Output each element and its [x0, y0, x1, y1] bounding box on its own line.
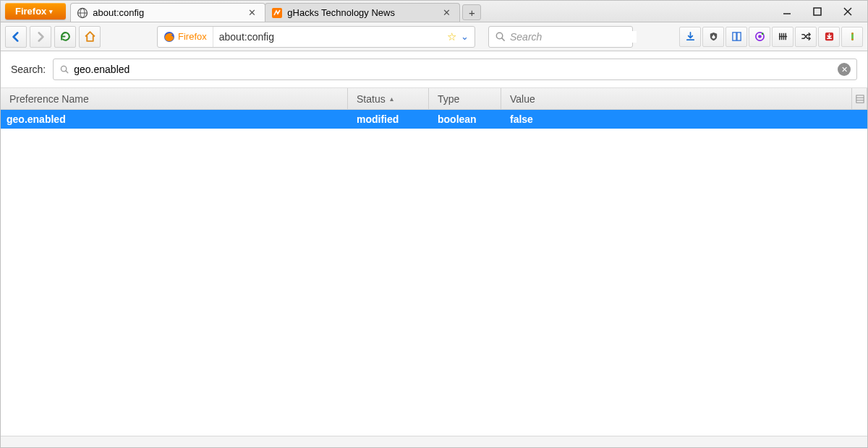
search-input[interactable] — [510, 31, 637, 43]
barcode-icon[interactable] — [772, 27, 793, 47]
app-menu-label: Firefox — [15, 6, 46, 17]
titlebar: Firefox ▾ about:config ✕ gHacks Technolo… — [1, 1, 867, 22]
cell-preference-name: geo.enabled — [1, 113, 348, 125]
config-search-row: Search: ✕ — [1, 51, 867, 88]
shuffle-icon[interactable] — [795, 27, 817, 47]
tab-about-config[interactable]: about:config ✕ — [70, 3, 265, 22]
url-bar[interactable]: Firefox ☆ ⌄ — [157, 26, 475, 48]
config-search-input[interactable] — [74, 64, 833, 75]
downloads-icon[interactable] — [679, 27, 701, 47]
window-controls — [767, 1, 867, 22]
search-icon — [59, 64, 69, 74]
svg-rect-14 — [736, 33, 740, 40]
cell-type: boolean — [429, 113, 501, 125]
column-value[interactable]: Value — [501, 88, 867, 109]
toolbar-addon-icons — [679, 27, 863, 47]
clear-search-icon[interactable]: ✕ — [838, 63, 851, 76]
column-label: Preference Name — [9, 93, 89, 105]
svg-line-10 — [502, 38, 504, 40]
status-bar — [1, 436, 867, 447]
svg-rect-13 — [732, 33, 736, 40]
config-search-field[interactable]: ✕ — [53, 59, 857, 80]
bookmark-star-icon[interactable]: ☆ — [447, 30, 456, 43]
nav-toolbar: Firefox ☆ ⌄ — [1, 22, 867, 51]
reload-button[interactable] — [54, 26, 76, 48]
svg-line-28 — [66, 71, 68, 73]
svg-point-26 — [851, 39, 853, 40]
url-input[interactable] — [213, 31, 441, 43]
minimize-button[interactable] — [780, 7, 793, 17]
chevron-down-icon[interactable]: ⌄ — [461, 31, 469, 42]
close-icon[interactable]: ✕ — [441, 7, 452, 18]
identity-label: Firefox — [178, 31, 207, 42]
column-preference-name[interactable]: Preference Name — [1, 88, 348, 109]
svg-point-16 — [758, 35, 762, 38]
search-icon — [495, 31, 506, 42]
config-table-body: geo.enabled modified boolean false — [1, 110, 867, 436]
column-label: Type — [438, 93, 459, 105]
globe-icon — [77, 7, 88, 19]
identity-box[interactable]: Firefox — [158, 27, 213, 47]
tab-strip: about:config ✕ gHacks Technology News ✕ … — [70, 1, 867, 22]
green-bar-icon[interactable] — [841, 27, 863, 47]
column-label: Status — [357, 93, 386, 105]
column-status[interactable]: Status ▴ — [348, 88, 429, 109]
column-type[interactable]: Type — [429, 88, 501, 109]
config-table-header: Preference Name Status ▴ Type Value — [1, 88, 867, 110]
ublock-icon[interactable] — [702, 27, 724, 47]
addon-purple-icon[interactable] — [749, 27, 770, 47]
column-picker-icon[interactable] — [851, 88, 867, 109]
close-window-button[interactable] — [841, 7, 854, 17]
config-search-label: Search: — [11, 64, 46, 75]
firefox-icon — [163, 31, 175, 43]
svg-point-17 — [761, 33, 763, 35]
svg-rect-5 — [814, 8, 821, 15]
table-row[interactable]: geo.enabled modified boolean false — [1, 110, 867, 129]
app-menu-button[interactable]: Firefox ▾ — [5, 3, 66, 20]
ghacks-icon — [271, 7, 283, 19]
download-red-icon[interactable] — [818, 27, 840, 47]
svg-point-25 — [851, 33, 853, 34]
cell-status: modified — [348, 113, 429, 125]
urlbar-right: ☆ ⌄ — [441, 30, 475, 43]
search-box[interactable] — [488, 26, 633, 48]
close-icon[interactable]: ✕ — [247, 7, 258, 18]
reader-icon[interactable] — [726, 27, 747, 47]
caret-down-icon: ▾ — [49, 8, 53, 15]
tab-title: gHacks Technology News — [287, 7, 437, 18]
home-button[interactable] — [79, 26, 101, 48]
tab-ghacks[interactable]: gHacks Technology News ✕ — [265, 3, 460, 22]
back-button[interactable] — [5, 26, 27, 48]
svg-rect-12 — [712, 35, 713, 37]
column-label: Value — [510, 93, 535, 105]
sort-ascending-icon: ▴ — [390, 95, 393, 103]
cell-value: false — [501, 113, 867, 125]
new-tab-button[interactable]: + — [462, 4, 481, 20]
svg-rect-29 — [856, 95, 863, 102]
tab-title: about:config — [93, 7, 242, 18]
forward-button[interactable] — [30, 26, 51, 48]
maximize-button[interactable] — [811, 7, 824, 17]
